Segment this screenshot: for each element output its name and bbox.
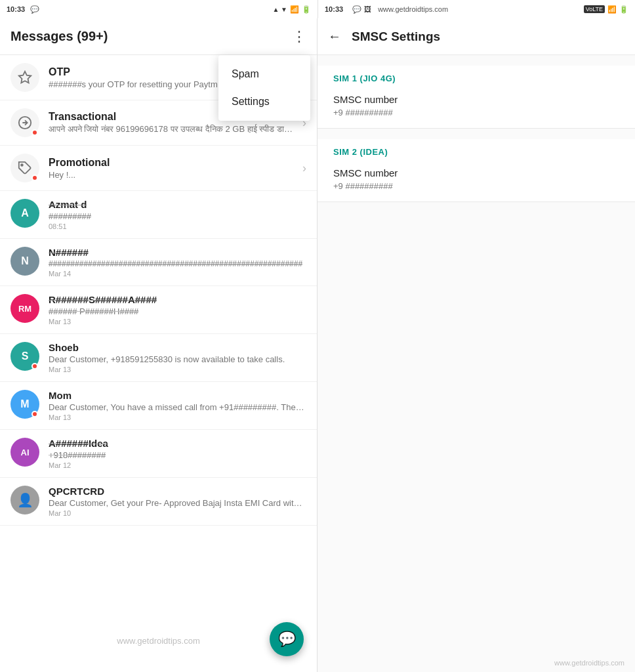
contact-name-azmat: Azmat d: [49, 199, 306, 210]
signal-icon-right: 📶: [607, 5, 617, 14]
contact-preview-rm: ###### P######H####: [49, 306, 306, 316]
more-options-icon[interactable]: ⋮: [292, 28, 306, 45]
status-icons-right: VoLTE 📶 🔋: [584, 5, 628, 14]
contact-content-shoeb: Shoeb Dear Customer, +918591255830 is no…: [49, 342, 306, 373]
contact-date-shoeb: Mar 13: [49, 366, 306, 373]
avatar-qpcrtcrd: 👤: [10, 486, 39, 514]
avatar-shoeb: S: [10, 342, 39, 371]
avatar-ai: AI: [10, 438, 39, 467]
right-panel: ← SMSC Settings SIM 1 (JIO 4G) SMSC numb…: [318, 18, 635, 672]
contact-preview-ai: +918########: [49, 450, 306, 460]
spam-menu-item[interactable]: Spam: [218, 60, 310, 88]
promotional-unread-dot: [31, 175, 38, 181]
contact-time-azmat: 08:51: [49, 222, 306, 230]
category-promotional[interactable]: Promotional Hey !... ›: [0, 146, 317, 191]
smsc-header: ← SMSC Settings: [318, 18, 635, 55]
contact-preview-shoeb: Dear Customer, +918591255830 is now avai…: [49, 354, 306, 364]
sim2-smsc-value: +9 ##########: [333, 181, 619, 191]
contact-name-n: N######: [49, 247, 306, 258]
sim1-smsc-title: SMSC number: [333, 94, 619, 105]
contact-name-ai: A######Idea: [49, 438, 306, 449]
contact-rm[interactable]: RM R######S######A#### ###### P######H##…: [0, 286, 317, 334]
contact-mom[interactable]: M Mom Dear Customer, You have a missed c…: [0, 382, 317, 430]
svg-point-1: [21, 164, 23, 166]
contact-date-qpcrtcrd: Mar 10: [49, 509, 306, 517]
transactional-preview: आपने अपने जियो नंबर 96199696178 पर उपलब्…: [49, 124, 297, 135]
promotional-name: Promotional: [49, 157, 297, 169]
sim1-smsc-row[interactable]: SMSC number +9 ##########: [318, 86, 635, 129]
contact-content-qpcrtcrd: QPCRTCRD Dear Customer, Get your Pre- Ap…: [49, 486, 306, 517]
contact-date-n: Mar 14: [49, 270, 306, 278]
sim2-smsc-row[interactable]: SMSC number +9 ##########: [318, 159, 635, 202]
contact-date-mom: Mar 13: [49, 413, 306, 421]
transactional-unread-dot: [31, 129, 38, 136]
left-panel: Messages (99+) ⋮ Spam Settings OTP #####…: [0, 18, 318, 672]
website-label-top: www.getdroidtips.com: [378, 5, 448, 13]
messages-header: Messages (99+) ⋮: [0, 18, 317, 55]
whatsapp-icon-right: 💬: [352, 5, 361, 14]
whatsapp-icon-left: 💬: [30, 5, 39, 14]
battery-icon-right: 🔋: [619, 5, 628, 14]
compose-fab[interactable]: 💬: [270, 622, 304, 656]
dropdown-menu: Spam Settings: [218, 55, 310, 121]
sim2-label: SIM 2 (IDEA): [318, 139, 635, 159]
settings-menu-item[interactable]: Settings: [218, 88, 310, 116]
status-bar-right: 10:33 💬 🖼 www.getdroidtips.com VoLTE 📶 🔋: [318, 0, 635, 18]
sim1-label: SIM 1 (JIO 4G): [318, 66, 635, 86]
contact-content-azmat: Azmat d ######### 08:51: [49, 199, 306, 230]
contact-n[interactable]: N N###### ##############################…: [0, 239, 317, 286]
avatar-rm: RM: [10, 294, 39, 323]
promotional-arrow: ›: [302, 161, 306, 175]
avatar-initials-shoeb: S: [22, 350, 29, 362]
avatar-n: N: [10, 247, 39, 276]
status-time-right: 10:33: [325, 5, 343, 13]
avatar-initials-azmat: A: [21, 207, 29, 219]
smsc-title: SMSC Settings: [352, 30, 440, 44]
contact-shoeb[interactable]: S Shoeb Dear Customer, +918591255830 is …: [0, 334, 317, 382]
status-time-left: 10:33: [7, 5, 25, 13]
contact-preview-azmat: #########: [49, 211, 306, 221]
sim1-section: SIM 1 (JIO 4G) SMSC number +9 ##########: [318, 66, 635, 129]
network-icon-left: ▲ ▼: [272, 6, 287, 13]
back-button[interactable]: ←: [328, 29, 341, 44]
contact-date-ai: Mar 12: [49, 461, 306, 469]
otp-icon: [10, 63, 39, 92]
status-bar: 10:33 💬 ▲ ▼ 📶 🔋 10:33 💬 🖼 www.getdroidti…: [0, 0, 635, 18]
messages-title: Messages (99+): [10, 29, 108, 44]
shoeb-unread-dot: [31, 363, 38, 369]
avatar-initials-mom: M: [20, 398, 29, 410]
contact-qpcrtcrd[interactable]: 👤 QPCRTCRD Dear Customer, Get your Pre- …: [0, 478, 317, 526]
sim1-smsc-value: +9 ##########: [333, 108, 619, 117]
avatar-mom: M: [10, 390, 39, 419]
status-icons-left: ▲ ▼ 📶 🔋: [272, 5, 311, 14]
contact-ai[interactable]: AI A######Idea +918######## Mar 12: [0, 430, 317, 478]
avatar-icon-qpcrtcrd: 👤: [17, 492, 33, 508]
promotional-icon: [10, 154, 39, 182]
avatar-initials-n: N: [21, 255, 29, 267]
app-container: Messages (99+) ⋮ Spam Settings OTP #####…: [0, 18, 635, 672]
sim2-smsc-title: SMSC number: [333, 167, 619, 178]
battery-icon-left: 🔋: [302, 5, 311, 14]
signal-icon-left: 📶: [290, 5, 299, 14]
network-badge-right: VoLTE: [584, 5, 605, 13]
contact-content-rm: R######S######A#### ###### P######H#### …: [49, 294, 306, 326]
gallery-icon-right: 🖼: [364, 5, 371, 13]
contact-date-rm: Mar 13: [49, 318, 306, 326]
smsc-content: SIM 1 (JIO 4G) SMSC number +9 ##########…: [318, 55, 635, 672]
transactional-icon: [10, 108, 39, 137]
contact-content-ai: A######Idea +918######## Mar 12: [49, 438, 306, 469]
contact-name-qpcrtcrd: QPCRTCRD: [49, 486, 306, 497]
contact-content-mom: Mom Dear Customer, You have a missed cal…: [49, 390, 306, 421]
mom-unread-dot: [31, 411, 38, 417]
avatar-initials-rm: RM: [18, 304, 31, 314]
promotional-preview: Hey !...: [49, 170, 297, 180]
message-list[interactable]: OTP #######s your OTP for resetting your…: [0, 55, 317, 672]
contact-azmat[interactable]: A Azmat d ######### 08:51: [0, 191, 317, 239]
sim2-section: SIM 2 (IDEA) SMSC number +9 ##########: [318, 139, 635, 202]
avatar-azmat: A: [10, 199, 39, 228]
compose-icon: 💬: [278, 631, 296, 648]
avatar-initials-ai: AI: [21, 448, 30, 457]
contact-content-n: N###### ################################…: [49, 247, 306, 278]
contact-preview-n: ########################################…: [49, 259, 306, 268]
promotional-content: Promotional Hey !...: [49, 157, 297, 180]
